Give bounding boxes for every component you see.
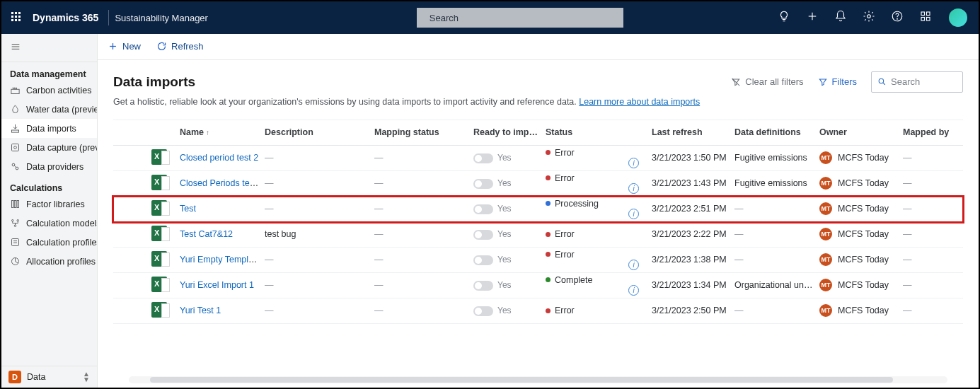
excel-icon <box>151 251 167 267</box>
user-avatar[interactable] <box>947 7 969 28</box>
status-dot-icon <box>546 308 550 313</box>
refresh-button[interactable]: Refresh <box>156 41 204 52</box>
row-owner: MTMCFS Today <box>819 253 903 266</box>
row-owner: MTMCFS Today <box>819 202 903 215</box>
row-mapping: — <box>374 229 473 239</box>
info-icon[interactable]: i <box>628 183 639 194</box>
horizontal-scrollbar[interactable] <box>129 376 947 383</box>
row-mapped-by: — <box>903 153 979 163</box>
nav-water-data[interactable]: Water data (preview) <box>1 100 97 119</box>
svg-point-6 <box>897 18 898 19</box>
sort-asc-icon: ↑ <box>206 129 209 137</box>
page-subtitle: Get a holistic, reliable look at your or… <box>113 97 963 107</box>
owner-avatar-icon: MT <box>819 177 832 190</box>
row-ready-toggle[interactable]: Yes <box>473 204 546 214</box>
col-name[interactable]: Name↑ <box>180 127 265 137</box>
svg-rect-27 <box>12 239 19 246</box>
bell-icon[interactable] <box>834 10 847 25</box>
info-icon[interactable]: i <box>628 260 639 270</box>
col-mapping-status[interactable]: Mapping status <box>374 127 473 137</box>
col-definitions[interactable]: Data definitions <box>734 127 819 137</box>
learn-more-link[interactable]: Learn more about data imports <box>579 97 700 107</box>
toggle-icon <box>473 306 493 316</box>
info-icon[interactable]: i <box>628 285 639 296</box>
scrollbar-thumb[interactable] <box>150 377 893 383</box>
row-ready-toggle[interactable]: Yes <box>473 280 546 291</box>
filters-button[interactable]: Filters <box>818 76 857 87</box>
col-mapped-by[interactable]: Mapped by <box>903 127 979 137</box>
global-search-input[interactable]: Search <box>417 8 623 28</box>
row-name-link[interactable]: Closed period test 2 <box>180 153 258 163</box>
table-row[interactable]: Yuri Empty Template ...——YesErrori3/21/2… <box>113 248 963 273</box>
app-launcher-icon[interactable] <box>919 10 932 25</box>
table-row[interactable]: Closed Periods test 1——YesErrori3/21/202… <box>113 171 963 197</box>
row-name-link[interactable]: Closed Periods test 1 <box>180 178 264 188</box>
col-refresh[interactable]: Last refresh <box>652 127 734 137</box>
table-row[interactable]: Closed period test 2——YesErrori3/21/2023… <box>113 146 963 171</box>
row-mapped-by: — <box>903 204 979 214</box>
svg-rect-22 <box>14 201 16 208</box>
plus-icon[interactable] <box>806 10 819 25</box>
col-owner[interactable]: Owner <box>819 127 903 137</box>
status-dot-icon <box>546 175 550 180</box>
table-row[interactable]: Yuri Excel Import 1——YesCompletei3/21/20… <box>113 273 963 298</box>
row-name-link[interactable]: Test Cat7&12 <box>180 229 233 239</box>
svg-rect-9 <box>921 18 925 21</box>
owner-avatar-icon: MT <box>819 304 832 317</box>
svg-point-24 <box>12 220 14 222</box>
col-description[interactable]: Description <box>265 127 374 137</box>
grid-search-input[interactable]: Search <box>871 71 963 93</box>
clear-all-filters-button[interactable]: Clear all filters <box>731 76 803 87</box>
info-icon[interactable]: i <box>628 209 639 219</box>
waffle-icon[interactable] <box>11 12 23 23</box>
row-name-link[interactable]: Yuri Test 1 <box>180 306 221 315</box>
library-icon <box>10 199 21 209</box>
col-ready[interactable]: Ready to import <box>473 127 546 137</box>
header-actions <box>778 7 969 28</box>
row-name-link[interactable]: Yuri Excel Import 1 <box>180 280 254 290</box>
row-ready-toggle[interactable]: Yes <box>473 178 546 189</box>
svg-rect-21 <box>12 201 14 208</box>
col-status[interactable]: Status <box>546 127 652 137</box>
nav-calculation-models[interactable]: Calculation models <box>1 214 97 233</box>
owner-avatar-icon: MT <box>819 279 832 291</box>
status-dot-icon <box>546 201 550 206</box>
collapse-nav-button[interactable] <box>1 34 97 62</box>
svg-point-17 <box>14 146 17 149</box>
help-icon[interactable] <box>891 10 904 25</box>
table-row[interactable]: Test——YesProcessingi3/21/2023 2:51 PM—MT… <box>113 197 963 222</box>
nav-factor-libraries[interactable]: Factor libraries <box>1 194 97 214</box>
toggle-icon <box>473 255 493 265</box>
row-definitions: — <box>734 255 819 265</box>
nav-data-providers[interactable]: Data providers <box>1 157 97 176</box>
nav-data-capture[interactable]: Data capture (preview) <box>1 138 97 157</box>
nav-allocation-profiles[interactable]: Allocation profiles (p... <box>1 252 97 271</box>
info-icon[interactable]: i <box>628 158 639 168</box>
row-ready-toggle[interactable]: Yes <box>473 255 546 265</box>
nav-data-imports[interactable]: Data imports <box>1 119 97 138</box>
data-grid: Name↑ Description Mapping status Ready t… <box>113 120 963 324</box>
row-ready-toggle[interactable]: Yes <box>473 306 546 316</box>
row-owner: MTMCFS Today <box>819 279 903 291</box>
lightbulb-icon[interactable] <box>778 10 790 25</box>
row-name-link[interactable]: Yuri Empty Template ... <box>180 255 265 265</box>
table-row[interactable]: Test Cat7&12test bug—YesError3/21/2023 2… <box>113 222 963 248</box>
row-name-link[interactable]: Test <box>180 204 196 214</box>
gear-icon[interactable] <box>863 10 875 25</box>
table-row[interactable]: Yuri Test 1——YesError3/21/2023 2:50 PM—M… <box>113 298 963 324</box>
row-description: — <box>265 306 374 315</box>
row-mapped-by: — <box>903 306 979 315</box>
row-mapped-by: — <box>903 229 979 239</box>
row-mapped-by: — <box>903 178 979 188</box>
row-status: Errori <box>546 173 652 194</box>
row-ready-toggle[interactable]: Yes <box>473 153 546 163</box>
area-switcher[interactable]: D Data ▲▼ <box>1 366 97 388</box>
excel-icon <box>151 226 167 241</box>
row-description: — <box>265 280 374 290</box>
nav-calculation-profiles[interactable]: Calculation profiles <box>1 233 97 252</box>
factory-icon <box>10 85 21 95</box>
row-ready-toggle[interactable]: Yes <box>473 229 546 240</box>
nav-carbon-activities[interactable]: Carbon activities <box>1 81 97 100</box>
new-button[interactable]: New <box>108 41 141 52</box>
excel-icon <box>151 149 167 165</box>
